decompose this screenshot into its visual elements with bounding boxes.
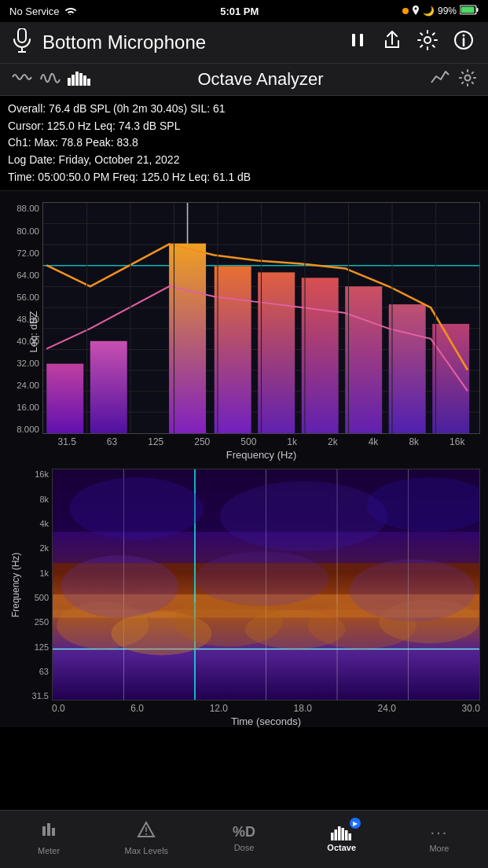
location-icon (412, 6, 420, 17)
svg-rect-38 (389, 305, 426, 434)
svg-rect-7 (360, 34, 363, 46)
svg-rect-13 (72, 75, 75, 86)
meter-icon (39, 820, 58, 844)
svg-rect-12 (68, 78, 71, 86)
x-axis-labels: 31.5 63 125 250 500 1k 2k 4k 8k 16k (42, 434, 480, 447)
nav-more[interactable]: ··· More (391, 811, 488, 868)
nav-max-levels-label: Max Levels (124, 846, 168, 855)
spec-x-axis-label: Time (seconds) (52, 715, 480, 727)
info-line5: Time: 05:00:50.0 PM Freq: 125.0 Hz Leq: … (8, 169, 480, 186)
spectrogram-area[interactable]: 0.0 6.0 12.0 18.0 24.0 30.0 Time (second… (52, 469, 480, 727)
title-bar: Bottom Microphone (0, 22, 488, 64)
svg-point-18 (465, 75, 471, 81)
info-line3: Ch1: Max: 78.8 Peak: 83.8 (8, 134, 480, 152)
bottom-nav: Meter Max Levels %D Dose ▶ Octave ··· Mo… (0, 810, 488, 868)
nav-dose-label: Dose (234, 843, 255, 852)
settings-button[interactable] (414, 30, 441, 55)
waveform1-icon[interactable] (11, 68, 33, 90)
svg-rect-3 (18, 28, 26, 42)
spec-x-labels: 0.0 6.0 12.0 18.0 24.0 30.0 (52, 701, 480, 714)
play-badge: ▶ (350, 818, 361, 829)
spectrogram-section: Frequency (Hz) 16k 8k 4k 2k 1k 500 250 1… (0, 461, 488, 727)
svg-point-72 (220, 481, 387, 551)
spec-y-labels: 16k 8k 4k 2k 1k 500 250 125 63 31.5 (24, 469, 52, 701)
octave-chart-svg (42, 202, 480, 434)
analyzer-toolbar: Octave Analyzer (0, 64, 488, 96)
svg-rect-36 (302, 278, 339, 434)
share-button[interactable] (380, 30, 405, 55)
svg-rect-2 (461, 7, 475, 13)
spec-y-axis-label: Frequency (Hz) (10, 553, 21, 618)
waveform2-icon[interactable] (39, 68, 61, 90)
nav-octave-label: Octave (327, 843, 356, 852)
status-left: No Service (9, 6, 77, 17)
nav-max-levels[interactable]: Max Levels (97, 811, 195, 868)
battery-icon (460, 5, 479, 17)
nav-meter-label: Meter (38, 846, 60, 855)
wifi-icon (64, 6, 77, 17)
svg-point-8 (424, 37, 431, 43)
info-line4: Log Date: Friday, October 21, 2022 (8, 152, 480, 169)
more-icon: ··· (431, 823, 449, 841)
moon-icon: 🌙 (423, 6, 435, 17)
svg-rect-16 (83, 75, 86, 86)
svg-point-71 (69, 477, 203, 539)
pause-button[interactable] (345, 31, 370, 54)
status-bar: No Service 5:01 PM 🌙 99% (0, 0, 488, 22)
svg-rect-77 (334, 829, 337, 840)
y-axis-labels: 88.00 80.00 72.00 64.00 56.00 48.00 40.0… (8, 202, 42, 434)
info-button[interactable] (450, 30, 477, 55)
x-axis-label: Frequency (Hz) (42, 449, 480, 461)
svg-point-70 (350, 560, 475, 622)
status-time: 5:01 PM (220, 6, 259, 17)
svg-rect-33 (169, 244, 206, 433)
battery-dot (402, 8, 409, 14)
analyzer-label: Octave Analyzer (97, 69, 424, 90)
svg-rect-80 (345, 830, 348, 840)
nav-dose[interactable]: %D Dose (195, 811, 292, 868)
svg-rect-76 (331, 833, 334, 840)
svg-point-68 (61, 556, 178, 618)
info-line2: Cursor: 125.0 Hz Leq: 74.3 dB SPL (8, 118, 480, 135)
svg-rect-6 (352, 34, 355, 46)
svg-point-69 (195, 552, 328, 607)
gear-icon[interactable] (458, 68, 477, 90)
svg-point-11 (463, 35, 465, 37)
svg-rect-14 (75, 72, 79, 86)
battery-text: 99% (438, 6, 457, 17)
microphone-icon (11, 28, 33, 57)
octave-chart-container: 88.00 80.00 72.00 64.00 56.00 48.00 40.0… (0, 191, 488, 461)
info-panel: Overall: 76.4 dB SPL (0h 2m 30.40s) SIL:… (0, 96, 488, 191)
toolbar-icons (11, 68, 91, 90)
carrier-text: No Service (9, 6, 60, 17)
bars-icon[interactable] (68, 68, 91, 90)
svg-rect-1 (477, 8, 479, 12)
svg-rect-78 (338, 826, 341, 840)
svg-rect-32 (90, 341, 127, 433)
octave-chart-area[interactable]: Leq: dBZ (42, 202, 480, 461)
svg-rect-35 (258, 273, 295, 434)
svg-rect-17 (87, 79, 90, 86)
dose-icon: %D (233, 824, 255, 840)
info-line1: Overall: 76.4 dB SPL (0h 2m 30.40s) SIL:… (8, 101, 480, 118)
chart-icon[interactable] (430, 68, 450, 90)
svg-rect-34 (215, 267, 251, 434)
svg-rect-31 (46, 364, 83, 433)
svg-rect-79 (341, 828, 344, 840)
nav-octave[interactable]: ▶ Octave (293, 811, 391, 868)
octave-icon: ▶ (331, 823, 353, 840)
toolbar-right-icons (430, 68, 477, 90)
spec-y-axis-label-wrapper: Frequency (Hz) (8, 469, 24, 701)
page-title: Bottom Microphone (42, 31, 336, 53)
status-right: 🌙 99% (402, 5, 479, 17)
max-levels-icon (137, 820, 156, 844)
svg-rect-81 (348, 833, 351, 840)
spectrogram-svg (52, 469, 480, 701)
nav-more-label: More (429, 844, 449, 853)
svg-point-75 (145, 833, 147, 835)
svg-rect-15 (79, 73, 83, 86)
svg-rect-37 (345, 287, 382, 434)
nav-meter[interactable]: Meter (0, 811, 97, 868)
